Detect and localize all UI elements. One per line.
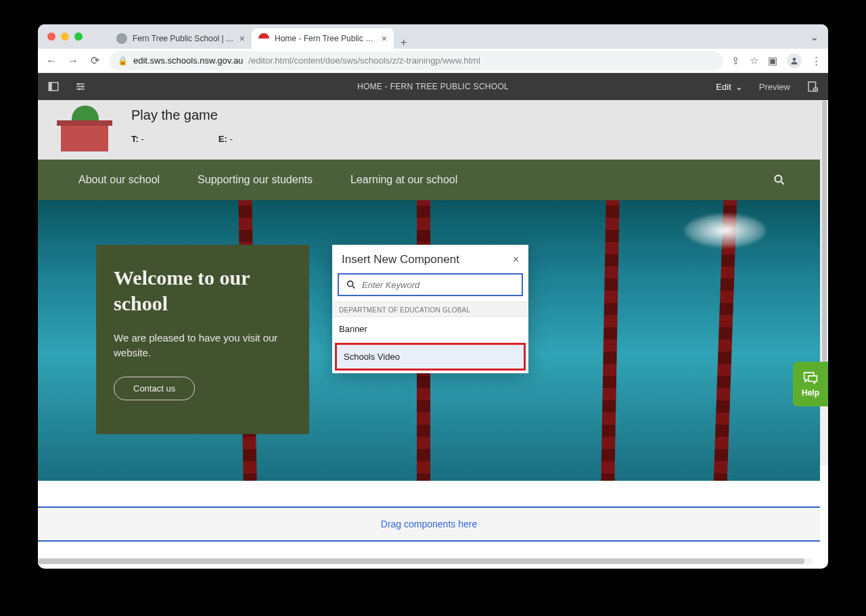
svg-point-0: [793, 57, 796, 61]
forward-button[interactable]: →: [66, 55, 80, 67]
bookmark-icon[interactable]: ☆: [750, 55, 758, 67]
new-tab-button[interactable]: +: [401, 37, 407, 49]
mode-selector[interactable]: Edit ⌄: [716, 82, 742, 92]
side-panel-icon[interactable]: [47, 80, 60, 93]
page-title: HOME - FERN TREE PUBLIC SCHOOL: [38, 82, 828, 91]
chevron-down-icon: ⌄: [735, 82, 743, 92]
component-dropzone[interactable]: Drag components here: [38, 506, 820, 542]
profile-avatar[interactable]: [787, 53, 802, 68]
insert-component-dialog: Insert New Component × DEPARTMENT OF EDU…: [332, 245, 528, 373]
vertical-scrollbar[interactable]: [820, 100, 828, 465]
nav-learning[interactable]: Learning at our school: [350, 173, 457, 186]
person-icon: [790, 56, 799, 66]
share-icon[interactable]: ⇪: [731, 55, 740, 67]
welcome-body: We are pleased to have you visit our web…: [114, 331, 292, 360]
tabs: Fern Tree Public School | AEM × Home - F…: [110, 24, 407, 49]
maximize-window-button[interactable]: [74, 32, 83, 41]
component-banner[interactable]: Banner: [332, 317, 528, 341]
address-bar: ← → ⟳ 🔒 edit.sws.schools.nsw.gov.au/edit…: [38, 49, 828, 73]
component-search[interactable]: [338, 273, 523, 296]
svg-point-5: [78, 88, 81, 90]
close-icon[interactable]: ×: [513, 254, 519, 266]
site-favicon-icon: [258, 33, 269, 44]
tab-strip: Fern Tree Public School | AEM × Home - F…: [38, 24, 828, 49]
svg-point-3: [78, 83, 80, 85]
svg-point-9: [348, 281, 353, 287]
chevron-down-icon[interactable]: ⌄: [810, 30, 819, 43]
minimize-window-button[interactable]: [61, 32, 69, 41]
school-tagline: Play the game: [131, 108, 233, 123]
toolbar-right: ⇪ ☆ ▣ ⋮: [731, 53, 821, 68]
help-tab[interactable]: Help: [793, 362, 828, 406]
chat-icon: [802, 371, 819, 385]
back-button[interactable]: ←: [45, 55, 58, 67]
omnibox[interactable]: 🔒 edit.sws.schools.nsw.gov.au/editor.htm…: [110, 51, 723, 70]
help-label: Help: [802, 388, 819, 398]
component-schools-video[interactable]: Schools Video: [335, 343, 526, 371]
welcome-card: Welcome to our school We are pleased to …: [96, 245, 309, 434]
search-icon: [346, 279, 357, 290]
nav-supporting[interactable]: Supporting our students: [198, 173, 313, 186]
browser-window: Fern Tree Public School | AEM × Home - F…: [38, 24, 828, 569]
preview-button[interactable]: Preview: [759, 82, 790, 92]
page-info-icon[interactable]: [806, 80, 819, 93]
main-nav: About our school Supporting our students…: [38, 160, 820, 200]
contact-us-button[interactable]: Contact us: [114, 377, 195, 400]
school-logo: [54, 104, 115, 151]
svg-point-8: [775, 175, 781, 182]
globe-icon: [116, 33, 127, 44]
welcome-heading: Welcome to our school: [114, 265, 292, 316]
school-header: Play the game T: - E: -: [38, 100, 820, 160]
close-icon[interactable]: ×: [382, 33, 387, 44]
svg-rect-2: [49, 82, 52, 91]
sliders-icon[interactable]: [74, 80, 87, 93]
dialog-title: Insert New Component: [342, 253, 459, 266]
mode-label: Edit: [716, 82, 731, 92]
search-input[interactable]: [362, 280, 515, 290]
url-path: /editor.html/content/doe/sws/schools/z/z…: [248, 55, 480, 66]
close-window-button[interactable]: [47, 32, 55, 41]
tab-label: Fern Tree Public School | AEM: [133, 34, 234, 43]
tab-home[interactable]: Home - Fern Tree Public School ×: [252, 28, 394, 49]
lock-icon: 🔒: [118, 56, 128, 66]
search-icon[interactable]: [773, 173, 786, 189]
nav-about[interactable]: About our school: [78, 173, 160, 186]
close-icon[interactable]: ×: [240, 33, 245, 44]
tab-aem[interactable]: Fern Tree Public School | AEM ×: [110, 28, 252, 49]
window-controls: [47, 32, 83, 41]
phone-label: T: -: [131, 134, 144, 144]
kebab-menu-icon[interactable]: ⋮: [811, 55, 821, 67]
reload-button[interactable]: ⟳: [88, 54, 101, 67]
url-host: edit.sws.schools.nsw.gov.au: [133, 55, 243, 66]
component-group-label: DEPARTMENT OF EDUCATION GLOBAL: [332, 302, 528, 317]
tab-label: Home - Fern Tree Public School: [275, 34, 376, 43]
panel-icon[interactable]: ▣: [768, 55, 777, 67]
editor-content: Play the game T: - E: - About our school…: [38, 100, 820, 565]
horizontal-scrollbar[interactable]: [38, 558, 812, 565]
svg-point-4: [82, 86, 84, 88]
aem-editor-bar: HOME - FERN TREE PUBLIC SCHOOL Edit ⌄ Pr…: [38, 73, 828, 100]
hero-banner: Welcome to our school We are pleased to …: [38, 200, 820, 481]
email-label: E: -: [219, 134, 233, 144]
